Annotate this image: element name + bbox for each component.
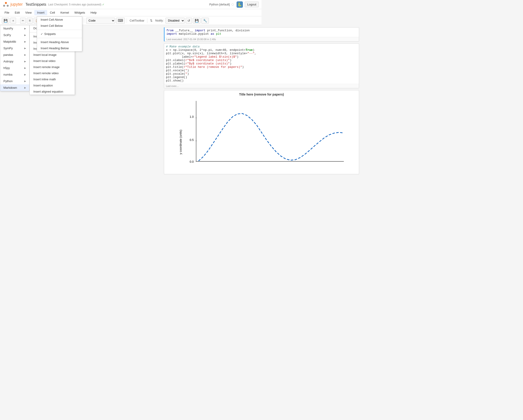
checkpoint-info: Last Checkpoint: 5 minutes ago (autosave… [48, 3, 209, 6]
numpy-arrow: ▶ [24, 27, 26, 30]
sort-icon: ⇅ [149, 19, 154, 22]
menu-bar: File Edit View Insert Cell Kernel Widget… [0, 9, 262, 16]
svg-point-2 [7, 5, 9, 7]
toolbar-separator-5 [127, 18, 127, 23]
menu-insert[interactable]: Insert [34, 10, 47, 15]
pandas-arrow: ▶ [24, 54, 26, 56]
notebook-area: from __future__ import from __future__ i… [159, 25, 262, 178]
refresh-button[interactable]: ↺ [186, 18, 192, 24]
h5py-arrow: ▶ [24, 67, 26, 69]
cell-2-footer: Last exec... [164, 84, 262, 88]
astropy-arrow: ▶ [24, 60, 26, 63]
chart-svg: 0.0 0.5 1.0 y coordinate (units) [166, 98, 262, 171]
menu-widgets[interactable]: Widgets [72, 10, 88, 15]
notify-select[interactable]: Disabled Enabled [165, 18, 185, 24]
jupyter-logo: jupyter [3, 1, 23, 8]
insert-menu-divider-1 [37, 30, 82, 30]
notify-label: Notify: [154, 19, 164, 22]
keyboard-button[interactable]: ⌨ [116, 18, 125, 24]
toolbar-separator-6 [147, 18, 147, 23]
top-bar: jupyter TestSnippets Last Checkpoint: 5 … [0, 0, 262, 9]
cell-2[interactable]: # Make example data x = np.linspace(0, 2… [164, 43, 262, 88]
sympy-arrow: ▶ [24, 47, 26, 49]
svg-point-0 [5, 2, 7, 4]
kernel-status-circle [231, 3, 234, 6]
insert-local-image-item[interactable]: Insert local image [30, 52, 75, 58]
cell-1-content: from __future__ import from __future__ i… [164, 27, 262, 37]
cell-type-select[interactable]: Code Markdown Raw NBConvert Heading [86, 18, 115, 24]
menu-cell[interactable]: Cell [47, 10, 58, 15]
cell-1-footer: Last executed: 2017-01-04 15:00:08 in 2.… [164, 37, 262, 41]
insert-remote-video-item[interactable]: Insert remote video [30, 70, 75, 76]
logout-button[interactable]: Logout [245, 2, 259, 7]
save-nb-button[interactable]: 💾 [193, 18, 200, 24]
insert-top-menu: Insert Cell Above Insert Cell Below ✓ Sn… [37, 16, 82, 51]
menu-file[interactable]: File [2, 10, 12, 15]
matplotlib-arrow: ▶ [24, 40, 26, 43]
cut-button[interactable]: ✂ [20, 18, 26, 24]
wrench-button[interactable]: 🔧 [201, 18, 209, 24]
sidebar-numba[interactable]: numba ▶ [0, 71, 29, 78]
sidebar-sympy[interactable]: SymPy ▶ [0, 45, 29, 51]
insert-aligned-equation-item[interactable]: Insert aligned equation [30, 89, 75, 95]
save-button[interactable]: 💾 [2, 18, 9, 24]
svg-text:y coordinate (units): y coordinate (units) [179, 130, 182, 154]
svg-text:0.0: 0.0 [190, 160, 194, 163]
snippets-checkmark: ✓ [41, 32, 43, 36]
python-arrow: ▶ [24, 80, 26, 82]
menu-view[interactable]: View [23, 10, 34, 15]
insert-cell-below-item[interactable]: Insert Cell Below [37, 23, 82, 29]
toolbar-separator-1 [18, 18, 18, 23]
jupyter-wordmark: jupyter [10, 2, 23, 7]
notebook-title: TestSnippets [25, 2, 46, 7]
copy-button[interactable]: ⎘ [27, 18, 33, 24]
insert-heading-above-item[interactable]: Insert Heading Above [37, 39, 82, 45]
toolbar-separator-4 [84, 18, 84, 23]
svg-text:0.5: 0.5 [190, 138, 194, 142]
sidebar-numpy[interactable]: NumPy ▶ [0, 25, 29, 32]
insert-cell-above-item[interactable]: Insert Cell Above [37, 16, 82, 23]
svg-point-1 [3, 5, 5, 7]
insert-inline-math-item[interactable]: Insert inline math [30, 76, 75, 82]
svg-text:1.0: 1.0 [190, 115, 194, 118]
kernel-indicator: Python [default] [209, 3, 234, 6]
sidebar-markdown[interactable]: Markdown ▶ [0, 84, 29, 91]
sidebar-scipy[interactable]: SciPy ▶ [0, 32, 29, 38]
add-cell-button[interactable]: + [10, 18, 16, 24]
markdown-arrow: ▶ [24, 87, 26, 89]
menu-edit[interactable]: Edit [12, 10, 23, 15]
svg-text:🐍: 🐍 [237, 2, 242, 7]
sidebar-astropy[interactable]: Astropy ▶ [0, 58, 29, 65]
insert-local-video-item[interactable]: Insert local video [30, 58, 75, 64]
numba-arrow: ▶ [24, 73, 26, 76]
celltoolbar-label: CellToolbar [129, 19, 145, 22]
insert-menu-divider-2 [37, 38, 82, 38]
cell-2-content: # Make example data x = np.linspace(0, 2… [164, 44, 262, 84]
chart-container: Title here (remove for papers) 0.0 0.5 1… [164, 90, 262, 174]
cell-1[interactable]: from __future__ import from __future__ i… [164, 27, 262, 41]
snippets-item[interactable]: ✓ Snippets [37, 31, 82, 37]
menu-help[interactable]: Help [88, 10, 99, 15]
insert-heading-below-item[interactable]: Insert Heading Below [37, 45, 82, 51]
scipy-arrow: ▶ [24, 34, 26, 36]
sidebar-pandas[interactable]: pandas ▶ [0, 51, 29, 58]
chart-title: Title here (remove for papers) [166, 93, 262, 96]
insert-remote-image-item[interactable]: Insert remote image [30, 64, 75, 70]
jupyter-logo-icon [3, 1, 9, 8]
sidebar-python[interactable]: Python ▶ [0, 78, 29, 84]
menu-kernel[interactable]: Kernel [58, 10, 72, 15]
snippets-sidebar: NumPy ▶ SciPy ▶ Matplotlib ▶ SymPy ▶ pan… [0, 25, 30, 91]
sidebar-matplotlib[interactable]: Matplotlib ▶ [0, 38, 29, 45]
sidebar-h5py[interactable]: h5py ▶ [0, 65, 29, 71]
insert-equation-item[interactable]: Insert equation [30, 82, 75, 89]
python-icon: 🐍 [237, 1, 243, 8]
